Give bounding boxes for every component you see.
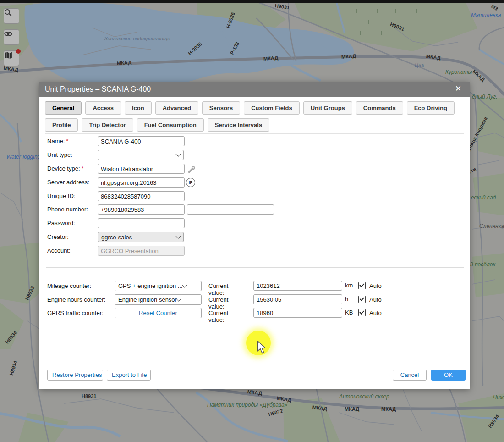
screen: МатилёвкаЗаславское водохранилищеH9031H9… [0, 0, 504, 442]
reset-counter-button[interactable]: Reset Counter [115, 308, 202, 318]
engine-hours-auto-label: Auto [369, 296, 382, 303]
server-address-label: Server address: [47, 179, 89, 186]
phone-number-label: Phone number: [47, 206, 88, 213]
mileage-auto-label: Auto [369, 282, 382, 289]
mileage-unit: km [345, 282, 353, 289]
wrench-icon[interactable] [187, 165, 196, 174]
dialog-titlebar: Unit Properties – SCANIA G-400 ✕ [39, 82, 470, 97]
engine-hours-current-value-input[interactable] [253, 294, 342, 304]
cancel-button[interactable]: Cancel [393, 370, 427, 381]
engine-hours-auto-checkbox[interactable] [358, 296, 366, 303]
current-value-label: Current value: [208, 296, 228, 310]
unit-type-label: Unit type: [47, 151, 72, 158]
unit-type-select[interactable] [98, 150, 184, 160]
gprs-traffic-counter-label: GPRS traffic counter: [47, 309, 104, 316]
tab-advanced[interactable]: Advanced [155, 101, 198, 115]
required-asterisk: * [82, 165, 84, 172]
phone-number-input[interactable] [98, 204, 185, 215]
tab-fuel-consumption[interactable]: Fuel Consumption [137, 118, 204, 132]
check-icon [359, 309, 364, 314]
tab-profile[interactable]: Profile [45, 118, 78, 132]
tab-commands[interactable]: Commands [356, 101, 403, 115]
server-address-input[interactable] [98, 177, 185, 188]
counters-divider [46, 267, 464, 268]
account-input [98, 246, 185, 256]
mileage-counter-label: Mileage counter: [47, 282, 91, 289]
gprs-auto-label: Auto [369, 309, 382, 316]
tab-general[interactable]: General [45, 101, 82, 115]
engine-hours-unit: h [345, 296, 348, 303]
mileage-counter-value: GPS + engine ignition ... [118, 282, 183, 289]
tab-trip-detector[interactable]: Trip Detector [82, 118, 133, 132]
engine-hours-counter-value: Engine ignition sensor [118, 296, 177, 303]
password-label: Password: [47, 220, 75, 227]
phone-number-input-2[interactable] [187, 204, 274, 215]
unique-id-input[interactable] [98, 191, 185, 201]
chevron-down-icon [175, 233, 181, 238]
required-asterisk: * [66, 138, 68, 144]
name-label: Name:* [47, 138, 68, 144]
mouse-cursor-icon [257, 341, 267, 354]
engine-hours-counter-label: Engine hours counter: [47, 296, 105, 303]
creator-select[interactable]: ggrco-sales [98, 232, 184, 242]
ip-icon[interactable]: IP [186, 178, 195, 187]
top-window-edge [0, 0, 504, 3]
unique-id-label: Unique ID: [47, 193, 75, 199]
ok-button[interactable]: OK [431, 370, 466, 381]
restore-properties-button[interactable]: Restore Properties [47, 370, 103, 381]
gprs-auto-checkbox[interactable] [358, 309, 366, 316]
dialog-title: Unit Properties – SCANIA G-400 [45, 85, 151, 94]
current-value-label: Current value: [208, 282, 228, 296]
mileage-current-value-input[interactable] [253, 281, 342, 291]
device-type-input[interactable] [98, 164, 185, 174]
current-value-label: Current value: [208, 309, 228, 323]
tab-service-intervals[interactable]: Service Intervals [208, 118, 269, 132]
creator-value: ggrco-sales [101, 234, 176, 241]
mileage-counter-select[interactable]: GPS + engine ignition ... [115, 281, 202, 291]
tab-access[interactable]: Access [85, 101, 121, 115]
password-input[interactable] [98, 218, 185, 228]
export-to-file-button[interactable]: Export to File [107, 370, 151, 381]
engine-hours-counter-select[interactable]: Engine ignition sensor [115, 294, 202, 305]
close-icon[interactable]: ✕ [453, 84, 463, 94]
gprs-current-value-input[interactable] [253, 308, 342, 318]
chevron-down-icon [182, 282, 187, 287]
device-type-label: Device type:* [47, 165, 84, 172]
dialog-tabs: General Access Icon Advanced Sensors Cus… [45, 101, 465, 135]
chevron-down-icon [175, 151, 181, 156]
check-icon [359, 296, 364, 301]
tab-eco-driving[interactable]: Eco Driving [407, 101, 455, 115]
tab-row-2: Profile Trip Detector Fuel Consumption S… [45, 118, 465, 132]
tab-unit-groups[interactable]: Unit Groups [303, 101, 352, 115]
check-icon [359, 282, 364, 287]
tab-custom-fields[interactable]: Custom Fields [244, 101, 300, 115]
tab-row-1: General Access Icon Advanced Sensors Cus… [45, 101, 465, 115]
name-input[interactable] [98, 136, 185, 146]
account-label: Account: [47, 247, 71, 254]
gprs-unit: KB [345, 309, 353, 316]
mileage-auto-checkbox[interactable] [358, 282, 366, 289]
tabs-divider [45, 133, 464, 134]
tab-icon[interactable]: Icon [125, 101, 152, 115]
tab-sensors[interactable]: Sensors [202, 101, 240, 115]
creator-label: Creator: [47, 233, 69, 240]
